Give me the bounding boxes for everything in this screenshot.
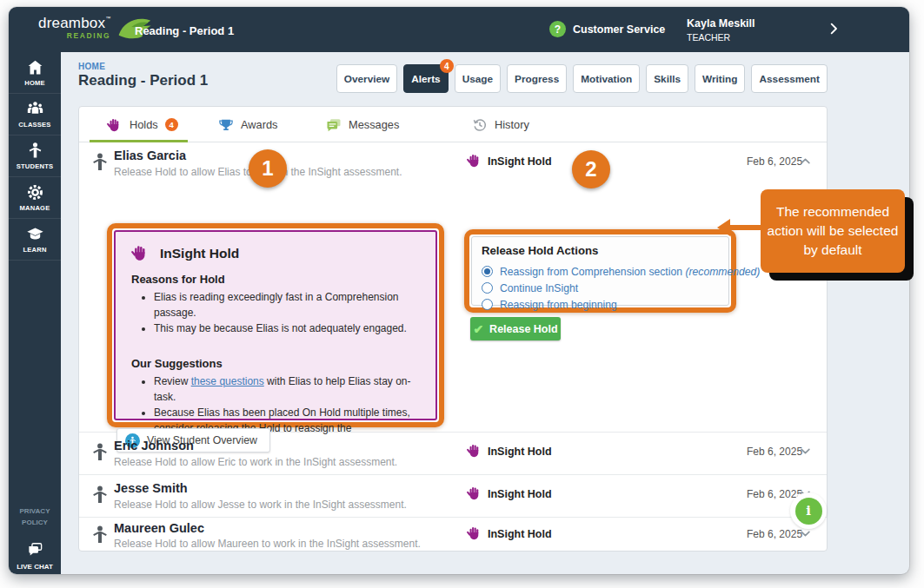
student-icon (90, 150, 110, 175)
home-icon (26, 58, 44, 76)
user-role: TEACHER (687, 31, 755, 43)
annotation-callout: The recommended action will be selected … (761, 189, 905, 273)
holds-count-badge: 4 (165, 118, 178, 131)
student-hold-description: Release Hold to allow Eric to work in th… (114, 456, 397, 468)
subtab-history[interactable]: History (472, 107, 529, 142)
history-icon (472, 117, 488, 133)
student-row-eric[interactable]: Eric Johnson Release Hold to allow Eric … (79, 433, 827, 475)
these-questions-link[interactable]: these questions (191, 375, 264, 387)
radio-selected[interactable] (482, 266, 493, 277)
student-icon (90, 483, 110, 507)
logo-brand: dreambox (38, 15, 105, 31)
radio-option-continue-insight[interactable]: Continue InSight (482, 280, 719, 296)
tab-writing[interactable]: Writing (695, 64, 745, 93)
radio-option-reassign-comprehension[interactable]: Reassign from Comprehension section (rec… (482, 263, 719, 280)
reasons-heading: Reasons for Hold (131, 273, 420, 286)
alerts-count-badge: 4 (440, 59, 454, 73)
trophy-icon (218, 117, 234, 133)
student-name: Elias Garcia (114, 149, 186, 162)
report-tabs: Overview Alerts 4 Usage Progress Motivat… (336, 64, 828, 93)
expand-chevron-icon[interactable] (799, 445, 812, 458)
radio-option-reassign-beginning[interactable]: Reassign from beginning (482, 296, 719, 313)
app-window: dreambox™ READING Reading - Period 1 ? C… (9, 7, 909, 574)
main-content: HOME Reading - Period 1 Overview Alerts … (61, 52, 909, 574)
hold-date: Feb 6, 2025 (747, 155, 802, 168)
suggestions-heading: Our Suggestions (131, 357, 420, 370)
logo-product: READING (38, 32, 110, 40)
tab-alerts[interactable]: Alerts 4 (403, 64, 448, 93)
tab-assessment[interactable]: Assessment (751, 64, 828, 93)
info-button-halo: i (790, 492, 827, 529)
student-row-maureen[interactable]: Maureen Gulec Release Hold to allow Maur… (79, 518, 827, 552)
breadcrumb[interactable]: HOME (78, 62, 105, 71)
hold-date: Feb 6, 2025 (747, 446, 802, 458)
student-name: Maureen Gulec (114, 521, 204, 535)
hold-type-label: InSight Hold (488, 446, 552, 458)
radio-unselected[interactable] (482, 299, 493, 310)
alerts-subtabs: Holds 4 Awards Messages History (79, 107, 827, 142)
reason-item: This may be because Elias is not adequat… (154, 320, 420, 336)
classes-icon (26, 100, 44, 118)
subtab-messages[interactable]: Messages (326, 107, 399, 142)
release-actions-highlight-frame: Release Hold Actions Reassign from Compr… (464, 229, 736, 313)
topbar-class-title: Reading - Period 1 (135, 24, 234, 37)
release-actions-heading: Release Hold Actions (482, 244, 719, 257)
tab-usage[interactable]: Usage (455, 64, 501, 93)
top-navbar: dreambox™ READING Reading - Period 1 ? C… (9, 7, 909, 52)
user-menu[interactable]: Kayla Meskill TEACHER (687, 17, 755, 43)
hold-type-label: InSight Hold (488, 528, 552, 540)
gear-icon (26, 183, 44, 202)
tab-overview[interactable]: Overview (336, 64, 397, 93)
logo-trademark: ™ (105, 16, 110, 21)
live-chat-button[interactable]: LIVE CHAT (9, 541, 61, 571)
student-icon (90, 440, 110, 465)
hold-detail-title: InSight Hold (160, 246, 239, 261)
annotation-step-1: 1 (249, 149, 287, 188)
hold-detail-panel: InSight Hold Reasons for Hold Elias is r… (114, 230, 437, 420)
hold-detail-highlight-frame: InSight Hold Reasons for Hold Elias is r… (107, 223, 444, 427)
expand-chevron-icon[interactable] (799, 527, 812, 540)
tab-motivation[interactable]: Motivation (573, 64, 640, 93)
tab-progress[interactable]: Progress (507, 64, 567, 93)
collapse-chevron-icon[interactable] (799, 155, 812, 168)
hand-icon (467, 525, 482, 541)
hold-date: Feb 6, 2025 (747, 528, 802, 540)
tab-skills[interactable]: Skills (646, 64, 688, 93)
hand-icon (467, 153, 482, 168)
sidebar-item-students[interactable]: STUDENTS (9, 135, 61, 177)
privacy-policy-link[interactable]: PRIVACY POLICY (9, 506, 61, 529)
subtab-holds[interactable]: Holds 4 (107, 107, 178, 142)
sidebar-item-learn[interactable]: LEARN (9, 219, 61, 261)
annotation-step-2: 2 (572, 150, 610, 188)
student-name: Jesse Smith (114, 481, 188, 495)
hand-icon (131, 244, 150, 262)
annotation-arrow-line (729, 225, 762, 230)
students-icon (26, 142, 44, 160)
student-row-jesse[interactable]: Jesse Smith Release Hold to allow Jesse … (79, 475, 827, 518)
sidebar-nav: HOME CLASSES STUDENTS MANAGE LEARN PRIVA… (9, 52, 61, 574)
customer-service-link[interactable]: ? Customer Service (549, 21, 665, 37)
student-row-elias: Elias Garcia Release Hold to allow Elias… (79, 142, 827, 433)
radio-unselected[interactable] (482, 282, 493, 294)
student-hold-description: Release Hold to allow Maureen to work in… (114, 538, 421, 550)
chat-bubbles-icon (26, 541, 44, 558)
hold-type-label: InSight Hold (488, 488, 552, 500)
customer-service-label: Customer Service (573, 23, 665, 36)
release-actions-panel: Release Hold Actions Reassign from Compr… (471, 236, 729, 306)
messages-icon (326, 117, 342, 133)
topbar-expand-chevron-icon[interactable] (827, 22, 841, 36)
sidebar-item-classes[interactable]: CLASSES (9, 94, 61, 135)
sidebar-item-home[interactable]: HOME (9, 52, 61, 94)
subtab-awards[interactable]: Awards (218, 107, 277, 142)
student-hold-description: Release Hold to allow Jesse to work in t… (114, 499, 407, 511)
hand-icon (467, 486, 482, 501)
release-hold-button[interactable]: ✔ Release Hold (470, 317, 561, 340)
alerts-card: Holds 4 Awards Messages History (78, 106, 828, 552)
hold-type-label: InSight Hold (488, 155, 552, 168)
annotation-arrow-head (717, 219, 730, 236)
sidebar-item-manage[interactable]: MANAGE (9, 177, 61, 219)
hand-icon (467, 443, 482, 459)
recommended-note: (recommended) (685, 266, 760, 278)
info-button[interactable]: i (795, 498, 822, 525)
student-icon (90, 523, 110, 547)
